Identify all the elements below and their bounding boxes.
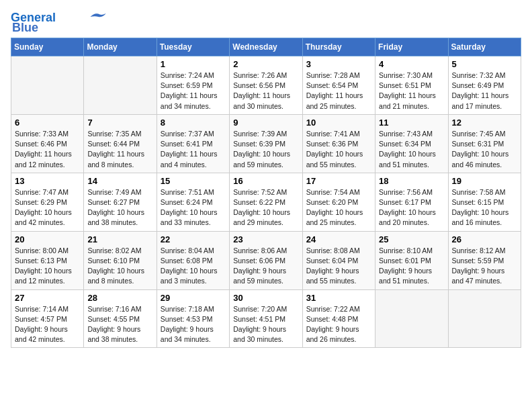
calendar-day-cell: 16Sunrise: 7:52 AMSunset: 6:22 PMDayligh… [230,173,302,231]
day-number: 22 [161,234,226,244]
calendar-day-cell: 31Sunrise: 7:22 AMSunset: 4:48 PMDayligh… [302,289,375,348]
day-info: Sunrise: 7:14 AMSunset: 4:57 PMDaylight:… [15,304,80,345]
day-number: 1 [161,59,226,69]
calendar-day-cell: 10Sunrise: 7:41 AMSunset: 6:36 PMDayligh… [302,114,375,173]
day-number: 26 [452,234,517,244]
day-info: Sunrise: 7:51 AMSunset: 6:24 PMDaylight:… [161,187,226,228]
day-info: Sunrise: 7:43 AMSunset: 6:34 PMDaylight:… [379,129,444,170]
calendar-week-row: 6Sunrise: 7:33 AMSunset: 6:46 PMDaylight… [11,114,521,173]
calendar-day-cell: 1Sunrise: 7:24 AMSunset: 6:59 PMDaylight… [157,56,229,115]
day-info: Sunrise: 7:45 AMSunset: 6:31 PMDaylight:… [452,129,517,170]
day-number: 2 [233,59,298,69]
day-info: Sunrise: 7:16 AMSunset: 4:55 PMDaylight:… [87,304,152,345]
day-info: Sunrise: 7:52 AMSunset: 6:22 PMDaylight:… [233,187,298,228]
calendar-day-cell: 24Sunrise: 8:08 AMSunset: 6:04 PMDayligh… [302,231,375,289]
day-info: Sunrise: 8:10 AMSunset: 6:01 PMDaylight:… [379,246,444,287]
day-number: 21 [87,234,152,244]
day-number: 9 [233,118,298,128]
col-header-thursday: Thursday [302,38,375,56]
calendar-day-cell: 27Sunrise: 7:14 AMSunset: 4:57 PMDayligh… [11,289,84,348]
day-number: 25 [379,234,444,244]
calendar-day-cell: 4Sunrise: 7:30 AMSunset: 6:51 PMDaylight… [375,56,448,115]
day-number: 29 [161,293,226,303]
day-info: Sunrise: 7:18 AMSunset: 4:53 PMDaylight:… [161,304,226,345]
calendar-day-cell: 9Sunrise: 7:39 AMSunset: 6:39 PMDaylight… [230,114,302,173]
day-number: 13 [15,176,80,186]
day-info: Sunrise: 7:41 AMSunset: 6:36 PMDaylight:… [306,129,371,170]
calendar-day-cell [84,56,157,115]
day-info: Sunrise: 7:37 AMSunset: 6:41 PMDaylight:… [161,129,226,170]
calendar-day-cell: 8Sunrise: 7:37 AMSunset: 6:41 PMDaylight… [157,114,229,173]
calendar-day-cell: 19Sunrise: 7:58 AMSunset: 6:15 PMDayligh… [448,173,521,231]
day-number: 31 [306,293,371,303]
day-info: Sunrise: 7:47 AMSunset: 6:29 PMDaylight:… [15,187,80,228]
day-number: 28 [87,293,152,303]
calendar-day-cell: 17Sunrise: 7:54 AMSunset: 6:20 PMDayligh… [302,173,375,231]
day-info: Sunrise: 8:04 AMSunset: 6:08 PMDaylight:… [161,246,226,287]
calendar-week-row: 20Sunrise: 8:00 AMSunset: 6:13 PMDayligh… [11,231,521,289]
day-number: 20 [15,234,80,244]
calendar-day-cell: 21Sunrise: 8:02 AMSunset: 6:10 PMDayligh… [84,231,157,289]
calendar-week-row: 27Sunrise: 7:14 AMSunset: 4:57 PMDayligh… [11,289,521,348]
calendar-day-cell: 29Sunrise: 7:18 AMSunset: 4:53 PMDayligh… [157,289,229,348]
calendar-week-row: 13Sunrise: 7:47 AMSunset: 6:29 PMDayligh… [11,173,521,231]
calendar-day-cell: 28Sunrise: 7:16 AMSunset: 4:55 PMDayligh… [84,289,157,348]
calendar-day-cell: 3Sunrise: 7:28 AMSunset: 6:54 PMDaylight… [302,56,375,115]
logo-icon [88,11,107,23]
calendar-day-cell: 12Sunrise: 7:45 AMSunset: 6:31 PMDayligh… [448,114,521,173]
day-info: Sunrise: 7:33 AMSunset: 6:46 PMDaylight:… [15,129,80,170]
calendar-day-cell: 7Sunrise: 7:35 AMSunset: 6:44 PMDaylight… [84,114,157,173]
day-number: 4 [379,59,444,69]
day-info: Sunrise: 8:02 AMSunset: 6:10 PMDaylight:… [87,246,152,287]
day-number: 19 [452,176,517,186]
day-info: Sunrise: 8:08 AMSunset: 6:04 PMDaylight:… [306,246,371,287]
calendar-day-cell: 2Sunrise: 7:26 AMSunset: 6:56 PMDaylight… [230,56,302,115]
calendar-week-row: 1Sunrise: 7:24 AMSunset: 6:59 PMDaylight… [11,56,521,115]
calendar-day-cell: 30Sunrise: 7:20 AMSunset: 4:51 PMDayligh… [230,289,302,348]
day-number: 5 [452,59,517,69]
col-header-tuesday: Tuesday [157,38,229,56]
calendar-day-cell: 11Sunrise: 7:43 AMSunset: 6:34 PMDayligh… [375,114,448,173]
day-number: 15 [161,176,226,186]
day-number: 23 [233,234,298,244]
day-info: Sunrise: 7:20 AMSunset: 4:51 PMDaylight:… [233,304,298,345]
day-info: Sunrise: 7:54 AMSunset: 6:20 PMDaylight:… [306,187,371,228]
day-number: 14 [87,176,152,186]
calendar-day-cell: 18Sunrise: 7:56 AMSunset: 6:17 PMDayligh… [375,173,448,231]
day-info: Sunrise: 8:12 AMSunset: 5:59 PMDaylight:… [452,246,517,287]
day-info: Sunrise: 7:39 AMSunset: 6:39 PMDaylight:… [233,129,298,170]
calendar-day-cell: 14Sunrise: 7:49 AMSunset: 6:27 PMDayligh… [84,173,157,231]
calendar-day-cell: 26Sunrise: 8:12 AMSunset: 5:59 PMDayligh… [448,231,521,289]
day-number: 16 [233,176,298,186]
calendar-day-cell: 23Sunrise: 8:06 AMSunset: 6:06 PMDayligh… [230,231,302,289]
col-header-friday: Friday [375,38,448,56]
calendar-day-cell: 25Sunrise: 8:10 AMSunset: 6:01 PMDayligh… [375,231,448,289]
calendar-day-cell: 6Sunrise: 7:33 AMSunset: 6:46 PMDaylight… [11,114,84,173]
day-number: 11 [379,118,444,128]
day-info: Sunrise: 7:58 AMSunset: 6:15 PMDaylight:… [452,187,517,228]
calendar-day-cell: 5Sunrise: 7:32 AMSunset: 6:49 PMDaylight… [448,56,521,115]
calendar-day-cell: 13Sunrise: 7:47 AMSunset: 6:29 PMDayligh… [11,173,84,231]
calendar-day-cell [375,289,448,348]
day-info: Sunrise: 7:35 AMSunset: 6:44 PMDaylight:… [87,129,152,170]
page-header: General Blue [11,11,521,35]
col-header-monday: Monday [84,38,157,56]
day-info: Sunrise: 7:56 AMSunset: 6:17 PMDaylight:… [379,187,444,228]
day-number: 8 [161,118,226,128]
calendar-day-cell: 15Sunrise: 7:51 AMSunset: 6:24 PMDayligh… [157,173,229,231]
day-number: 10 [306,118,371,128]
day-number: 24 [306,234,371,244]
day-number: 27 [15,293,80,303]
day-info: Sunrise: 7:22 AMSunset: 4:48 PMDaylight:… [306,304,371,345]
col-header-wednesday: Wednesday [230,38,302,56]
logo-blue: Blue [12,21,38,35]
col-header-saturday: Saturday [448,38,521,56]
day-number: 7 [87,118,152,128]
calendar-day-cell: 20Sunrise: 8:00 AMSunset: 6:13 PMDayligh… [11,231,84,289]
day-info: Sunrise: 7:49 AMSunset: 6:27 PMDaylight:… [87,187,152,228]
day-info: Sunrise: 8:00 AMSunset: 6:13 PMDaylight:… [15,246,80,287]
calendar-table: SundayMondayTuesdayWednesdayThursdayFrid… [11,38,521,348]
day-number: 30 [233,293,298,303]
calendar-day-cell: 22Sunrise: 8:04 AMSunset: 6:08 PMDayligh… [157,231,229,289]
day-info: Sunrise: 7:32 AMSunset: 6:49 PMDaylight:… [452,71,517,111]
